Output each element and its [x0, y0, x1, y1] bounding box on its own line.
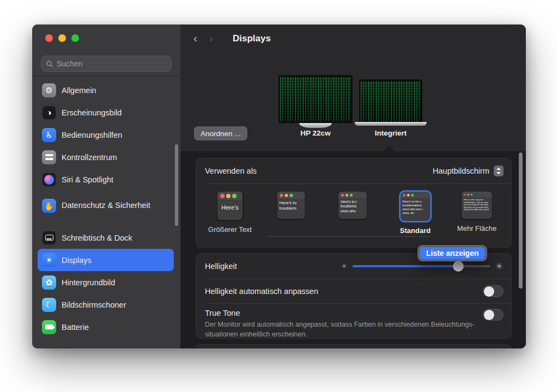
- gear-icon: ⚙: [42, 83, 56, 97]
- external-monitor-thumbnail[interactable]: [278, 75, 353, 123]
- sidebar-divider: [32, 76, 180, 76]
- context-menu: Liste anzeigen: [417, 245, 487, 261]
- brightness-dim-icon: ☀: [341, 263, 347, 270]
- scaling-option-larger-text[interactable]: Here's Größerer Text: [208, 192, 252, 234]
- displays-sun-icon: ☀: [42, 253, 56, 267]
- sidebar-item-label: Kontrollzentrum: [62, 153, 117, 162]
- sidebar-item-label: Bildschirmschoner: [62, 301, 126, 309]
- forward-chevron-icon[interactable]: ›: [209, 32, 213, 45]
- sidebar-item-batterie[interactable]: Batterie: [38, 316, 174, 338]
- page-title: Displays: [233, 33, 271, 44]
- scaling-option-3[interactable]: Here's to t troublema ones who: [338, 192, 367, 219]
- sidebar-item-bedienungshilfen[interactable]: ♿ Bedienungshilfen: [38, 124, 174, 146]
- sidebar-item-label: Bedienungshilfen: [62, 131, 122, 139]
- resolution-card: Verwenden als Hauptbildschirm Here's Grö…: [196, 158, 512, 248]
- sidebar-item-erscheinungsbild[interactable]: ◑ Erscheinungsbild: [38, 101, 174, 124]
- scaling-preview-text: Here's: [217, 200, 242, 212]
- search-field[interactable]: [41, 56, 172, 72]
- brightness-bright-icon: ☀: [495, 262, 504, 271]
- search-input[interactable]: [57, 59, 166, 68]
- next-card-partial: [196, 344, 512, 348]
- true-tone-toggle[interactable]: [483, 309, 504, 321]
- control-center-icon: [42, 150, 56, 164]
- sidebar-item-label: Displays: [62, 256, 92, 265]
- desktop-dock-icon: [42, 231, 56, 245]
- true-tone-label: True Tone: [205, 309, 483, 317]
- zoom-button[interactable]: [71, 34, 79, 42]
- laptop-base: [355, 122, 427, 126]
- wallpaper-flower-icon: ✿: [42, 275, 56, 290]
- builtin-name-label: Integriert: [359, 129, 422, 137]
- scaling-option-2[interactable]: Here's to troublem: [277, 192, 305, 219]
- scaling-option-label: Größerer Text: [208, 225, 252, 234]
- search-icon: [46, 60, 53, 68]
- sidebar-nav: ⚙ Allgemein ◑ Erscheinungsbild ♿ Bedienu…: [38, 79, 174, 338]
- monitor-wallpaper: [280, 77, 351, 121]
- battery-icon: [42, 320, 56, 334]
- traffic-lights: [45, 34, 79, 42]
- sidebar-item-datenschutz-sicherheit[interactable]: ✋ Datenschutz & Sicherheit: [38, 191, 174, 221]
- screensaver-moon-icon: ☾: [42, 298, 56, 312]
- accessibility-icon: ♿: [42, 128, 56, 142]
- sidebar-item-label: Siri & Spotlight: [62, 175, 113, 184]
- use-as-dropdown[interactable]: [494, 166, 504, 176]
- sidebar-item-displays[interactable]: ☀ Displays: [38, 249, 174, 271]
- selected-display-caret: [383, 146, 395, 151]
- siri-icon: [42, 173, 56, 187]
- sidebar-group-gap: [38, 221, 174, 226]
- sidebar-item-siri-spotlight[interactable]: Siri & Spotlight: [38, 168, 174, 191]
- arrange-button[interactable]: Anordnen ...: [194, 126, 247, 140]
- scaling-track-line: [267, 236, 430, 237]
- brightness-slider-knob[interactable]: [453, 261, 464, 272]
- sidebar-item-label: Erscheinungsbild: [62, 108, 122, 117]
- monitor-stand: [299, 123, 332, 128]
- use-as-label: Verwenden als: [205, 167, 257, 175]
- sidebar-item-schreibtisch-dock[interactable]: Schreibtisch & Dock: [38, 226, 174, 249]
- scaling-option-label: Mehr Fläche: [457, 224, 496, 232]
- scaling-preview-text: Here's to the crazy one troublemakers. T…: [462, 197, 492, 213]
- sidebar-item-kontrollzentrum[interactable]: Kontrollzentrum: [38, 146, 174, 168]
- monitor-name-label: HP 22cw: [278, 129, 353, 137]
- scaling-option-standard-selected[interactable]: Here's to the c troublemakers. ones who …: [400, 192, 430, 235]
- sidebar-item-bildschirmschoner[interactable]: ☾ Bildschirmschoner: [38, 293, 174, 316]
- show-list-menu-item[interactable]: Liste anzeigen: [420, 247, 485, 259]
- auto-brightness-toggle[interactable]: [483, 285, 504, 297]
- brightness-label: Helligkeit: [205, 262, 237, 271]
- appearance-icon: ◑: [42, 106, 56, 120]
- main-pane: ‹ › Displays HP 22cw Integriert Anordnen…: [180, 24, 526, 348]
- auto-brightness-label: Helligkeit automatisch anpassen: [205, 287, 318, 296]
- scaling-options: Here's Größerer Text Here's to troublem …: [196, 184, 511, 248]
- sidebar-item-label: Datenschutz & Sicherheit: [62, 200, 150, 211]
- scaling-option-more-space[interactable]: Here's to the crazy one troublemakers. T…: [457, 192, 496, 232]
- brightness-card: Helligkeit ☀ ☀ Helligkeit automatisch an…: [196, 253, 512, 339]
- sidebar-scrollbar[interactable]: [175, 144, 178, 226]
- scaling-option-label: Standard: [400, 226, 430, 235]
- brightness-slider[interactable]: [353, 261, 490, 272]
- back-chevron-icon[interactable]: ‹: [193, 32, 197, 45]
- laptop-wallpaper: [361, 81, 421, 122]
- sidebar: ⚙ Allgemein ◑ Erscheinungsbild ♿ Bedienu…: [32, 24, 180, 348]
- settings-panel: Verwenden als Hauptbildschirm Here's Grö…: [180, 151, 526, 348]
- sidebar-item-label: Allgemein: [62, 86, 96, 95]
- use-as-value: Hauptbildschirm: [433, 167, 489, 175]
- builtin-display-thumbnail[interactable]: [359, 79, 422, 122]
- brightness-slider-fill: [353, 265, 458, 267]
- close-button[interactable]: [45, 34, 53, 42]
- minimize-button[interactable]: [58, 34, 66, 42]
- main-scrollbar[interactable]: [519, 152, 523, 289]
- system-settings-window: ⚙ Allgemein ◑ Erscheinungsbild ♿ Bedienu…: [32, 24, 526, 348]
- true-tone-description: Der Monitor wird automatisch angepasst, …: [205, 320, 483, 339]
- sidebar-item-label: Schreibtisch & Dock: [62, 234, 132, 242]
- privacy-hand-icon: ✋: [42, 199, 56, 213]
- sidebar-item-label: Batterie: [62, 323, 89, 332]
- scaling-preview-text: Here's to t troublema ones who: [338, 198, 367, 215]
- sidebar-item-hintergrundbild[interactable]: ✿ Hintergrundbild: [38, 271, 174, 293]
- sidebar-item-allgemein[interactable]: ⚙ Allgemein: [38, 79, 174, 101]
- sidebar-item-label: Hintergrundbild: [62, 278, 115, 287]
- scaling-preview-text: Here's to troublem: [277, 199, 305, 213]
- scaling-preview-text: Here's to the c troublemakers. ones who …: [401, 198, 430, 217]
